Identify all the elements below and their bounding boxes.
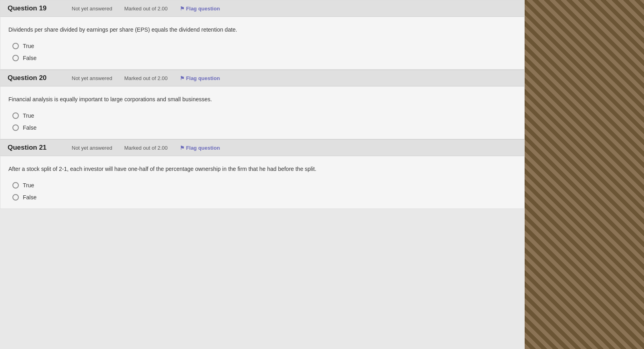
option-label-q19_false[interactable]: False	[12, 55, 516, 61]
not-answered-q21: Not yet answered	[72, 145, 112, 151]
flag-question-q19[interactable]: ⚑ Flag question	[180, 6, 220, 12]
marked-out-q20: Marked out of 2.00	[124, 75, 167, 81]
option-radio-q21_false[interactable]	[12, 194, 19, 201]
flag-question-q20[interactable]: ⚑ Flag question	[180, 75, 220, 81]
option-text-q21_true: True	[23, 182, 34, 189]
question-body-q20: Financial analysis is equally important …	[0, 86, 524, 139]
option-radio-q20_true[interactable]	[12, 112, 19, 119]
option-label-q21_true[interactable]: True	[12, 182, 516, 189]
option-label-q20_false[interactable]: False	[12, 124, 516, 131]
question-header-q21: Question 21 Not yet answered Marked out …	[0, 140, 524, 156]
option-radio-q19_false[interactable]	[12, 55, 19, 61]
marked-out-q21: Marked out of 2.00	[124, 145, 167, 151]
option-text-q19_false: False	[23, 55, 36, 61]
question-text-q19: Dividends per share divided by earnings …	[8, 26, 516, 34]
marked-out-q19: Marked out of 2.00	[124, 6, 167, 12]
main-content: Question 19 Not yet answered Marked out …	[0, 0, 525, 349]
question-title-q20: Question 20	[8, 74, 60, 82]
option-radio-q19_true[interactable]	[12, 43, 19, 49]
question-block-q19: Question 19 Not yet answered Marked out …	[0, 0, 525, 70]
sidebar-right	[525, 0, 644, 349]
question-header-q20: Question 20 Not yet answered Marked out …	[0, 70, 524, 86]
option-label-q21_false[interactable]: False	[12, 194, 516, 201]
question-title-q21: Question 21	[8, 144, 60, 152]
option-label-q20_true[interactable]: True	[12, 112, 516, 119]
not-answered-q19: Not yet answered	[72, 6, 112, 12]
question-block-q21: Question 21 Not yet answered Marked out …	[0, 139, 525, 209]
question-text-q21: After a stock split of 2-1, each investo…	[8, 165, 516, 173]
option-text-q21_false: False	[23, 194, 36, 201]
flag-icon-q20: ⚑	[180, 75, 185, 81]
option-radio-q21_true[interactable]	[12, 182, 19, 189]
option-text-q19_true: True	[23, 43, 34, 49]
question-body-q21: After a stock split of 2-1, each investo…	[0, 156, 524, 209]
question-text-q20: Financial analysis is equally important …	[8, 95, 516, 104]
option-text-q20_true: True	[23, 112, 34, 119]
not-answered-q20: Not yet answered	[72, 75, 112, 81]
option-text-q20_false: False	[23, 124, 36, 131]
option-radio-q20_false[interactable]	[12, 124, 19, 131]
question-block-q20: Question 20 Not yet answered Marked out …	[0, 70, 525, 139]
option-label-q19_true[interactable]: True	[12, 43, 516, 49]
options-q19: True False	[8, 43, 516, 61]
question-body-q19: Dividends per share divided by earnings …	[0, 17, 524, 69]
options-q21: True False	[8, 182, 516, 201]
question-header-q19: Question 19 Not yet answered Marked out …	[0, 0, 524, 17]
flag-question-q21[interactable]: ⚑ Flag question	[180, 145, 220, 151]
question-title-q19: Question 19	[8, 4, 60, 12]
flag-icon-q21: ⚑	[180, 145, 185, 151]
flag-icon-q19: ⚑	[180, 6, 185, 12]
options-q20: True False	[8, 112, 516, 131]
